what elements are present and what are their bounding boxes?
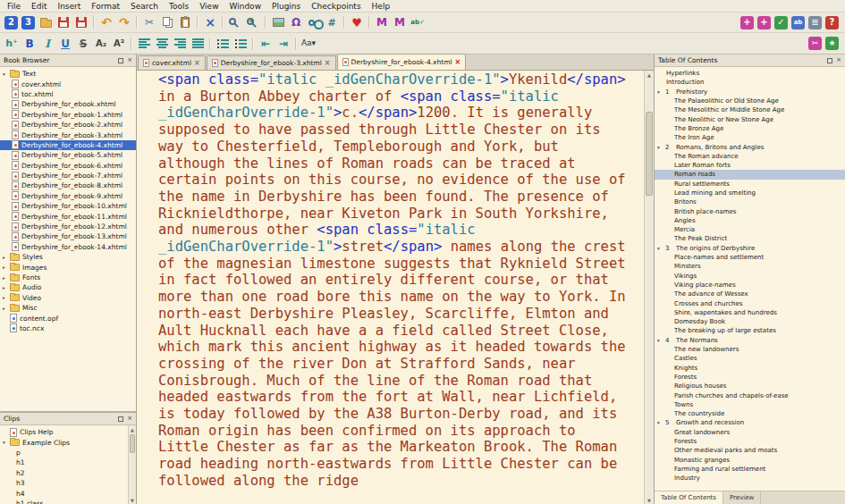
clip-editor-button[interactable]: ✂: [808, 37, 822, 50]
toc-item[interactable]: Monastic granges: [655, 455, 845, 464]
expand-arrow-icon[interactable]: [3, 306, 10, 311]
float-panel-icon[interactable]: [827, 58, 832, 63]
menu-item[interactable]: Format: [86, 0, 125, 13]
scroll-down-icon[interactable]: [129, 496, 136, 504]
toc-item[interactable]: Hyperlinks: [655, 69, 845, 78]
mend-all-button[interactable]: M: [391, 14, 409, 30]
close-panel-icon[interactable]: [127, 416, 132, 422]
preferences-button[interactable]: ≡: [808, 16, 822, 29]
tree-item[interactable]: Derbyshire_for_ebook-8.xhtml: [0, 181, 136, 190]
toolbar-button[interactable]: [368, 16, 370, 29]
toolbar-button[interactable]: [197, 16, 199, 29]
footer-tab-toc[interactable]: Table Of Contents: [655, 491, 723, 504]
editor-scrollbar[interactable]: [644, 71, 654, 504]
toolbar-button[interactable]: [343, 16, 345, 29]
expand-arrow-icon[interactable]: [3, 255, 10, 260]
tree-item[interactable]: Derbyshire_for_ebook-5.xhtml: [0, 150, 136, 160]
toc-item[interactable]: Parish churches and chapels-of-ease: [655, 391, 845, 399]
expand-arrow-icon[interactable]: [3, 285, 10, 290]
toc-item[interactable]: Knights: [655, 364, 845, 373]
toc-item[interactable]: Introduction: [655, 78, 845, 87]
toc-item[interactable]: Crosses and churches: [655, 298, 845, 307]
menu-item[interactable]: Window: [224, 0, 267, 13]
toc-item[interactable]: Angles: [655, 216, 845, 225]
toc-item[interactable]: Place-names and settlement: [655, 253, 845, 262]
tree-item[interactable]: Derbyshire_for_ebook-9.xhtml: [0, 191, 136, 201]
delete-button[interactable]: ×: [201, 14, 219, 30]
expand-arrow-icon[interactable]: [657, 420, 665, 425]
menu-item[interactable]: Edit: [26, 0, 52, 13]
tree-item-audio-folder[interactable]: Audio: [0, 282, 136, 292]
tree-item[interactable]: toc.xhtml: [0, 89, 136, 99]
toc-item[interactable]: The Palaeolithic or Old Stone Age: [655, 97, 845, 105]
spellcheck-button[interactable]: ab✓: [409, 14, 427, 30]
outdent-button[interactable]: ⇤: [257, 36, 275, 52]
tree-item[interactable]: Derbyshire_for_ebook-10.xhtml: [0, 201, 136, 211]
toc-item[interactable]: The Neolithic or New Stone Age: [655, 114, 845, 123]
menu-item[interactable]: File: [2, 0, 26, 13]
bold-button[interactable]: B: [21, 36, 38, 52]
tree-item[interactable]: Derbyshire_for_ebook-12.xhtml: [0, 222, 136, 231]
redo-button[interactable]: ↷: [115, 14, 133, 30]
toolbar-button[interactable]: [222, 16, 224, 29]
toc-item[interactable]: The Mesolithic or Middle Stone Age: [655, 105, 845, 114]
menu-item[interactable]: Search: [125, 0, 164, 13]
copy-button[interactable]: [158, 14, 176, 30]
expand-arrow-icon[interactable]: [657, 338, 665, 343]
toc-item[interactable]: Mercia: [655, 225, 845, 234]
menu-item[interactable]: Plugins: [266, 0, 306, 13]
editor-tab[interactable]: Derbyshire_for_ebook-4.xhtml: [337, 54, 467, 70]
toc-item[interactable]: 1Prehistory: [655, 88, 845, 97]
plugin-1-button[interactable]: +: [740, 16, 754, 29]
toc-item[interactable]: The advance of Wessex: [655, 290, 845, 298]
undo-button[interactable]: ↶: [97, 14, 115, 30]
expand-arrow-icon[interactable]: [657, 246, 665, 251]
tree-item-content-opf[interactable]: content.opf: [0, 313, 136, 323]
new-epub3-button[interactable]: 3: [21, 16, 35, 29]
toolbar-button[interactable]: [209, 38, 211, 50]
toolbar-button[interactable]: [252, 38, 254, 50]
tree-item[interactable]: Derbyshire_for_ebook.xhtml: [0, 99, 136, 109]
toolbar-button[interactable]: [136, 16, 138, 29]
expand-arrow-icon[interactable]: [657, 145, 665, 150]
scroll-up-icon[interactable]: [645, 71, 654, 79]
save-button[interactable]: [55, 14, 72, 30]
heading-style-button[interactable]: h⁺: [3, 36, 21, 52]
float-panel-icon[interactable]: [118, 416, 123, 422]
expand-arrow-icon[interactable]: [3, 265, 10, 270]
toc-item[interactable]: Shire, wapentakes and hundreds: [655, 308, 845, 317]
tree-item[interactable]: Derbyshire_for_ebook-7.xhtml: [0, 171, 136, 181]
toc-item[interactable]: Other medieval parks and moats: [655, 446, 845, 455]
toc-item[interactable]: Religious houses: [655, 382, 845, 391]
toolbar-button[interactable]: [131, 38, 132, 50]
user-guide-button[interactable]: ?: [825, 16, 839, 29]
toc-item[interactable]: Lead mining and smelting: [655, 189, 845, 197]
tree-item[interactable]: Derbyshire_for_ebook-13.xhtml: [0, 231, 136, 241]
italic-button[interactable]: I: [38, 36, 56, 52]
paste-button[interactable]: [176, 14, 194, 30]
toolbar-button[interactable]: [93, 16, 95, 29]
tree-item[interactable]: Derbyshire_for_ebook-6.xhtml: [0, 161, 136, 171]
tree-item[interactable]: Derbyshire_for_ebook-1.xhtml: [0, 110, 136, 120]
toc-item[interactable]: The Peak District: [655, 234, 845, 243]
clip-item[interactable]: h4: [0, 488, 128, 498]
tree-item[interactable]: Derbyshire_for_ebook-14.xhtml: [0, 242, 136, 252]
clips-scrollbar[interactable]: [128, 425, 136, 504]
toc-item[interactable]: Later Roman forts: [655, 161, 845, 170]
underline-button[interactable]: U: [56, 36, 74, 52]
superscript-button[interactable]: A²: [110, 36, 128, 52]
tree-item-misc-folder[interactable]: Misc: [0, 303, 136, 313]
toc-item[interactable]: Vikings: [655, 272, 845, 281]
special-character-button[interactable]: Ω: [287, 14, 305, 30]
tree-item[interactable]: cover.xhtml: [0, 79, 136, 88]
clip-item[interactable]: p: [0, 448, 128, 458]
expand-arrow-icon[interactable]: [657, 89, 665, 95]
clip-item[interactable]: h1 class: [0, 499, 128, 504]
insert-id-button[interactable]: #: [323, 14, 341, 30]
tree-item-text-folder[interactable]: Text: [0, 69, 136, 79]
toc-item[interactable]: Forests: [655, 437, 845, 446]
subscript-button[interactable]: A₂: [92, 36, 110, 52]
toc-item[interactable]: Britons: [655, 197, 845, 206]
plugin-2-button[interactable]: +: [757, 16, 771, 29]
toc-item[interactable]: Domesday Book: [655, 317, 845, 326]
